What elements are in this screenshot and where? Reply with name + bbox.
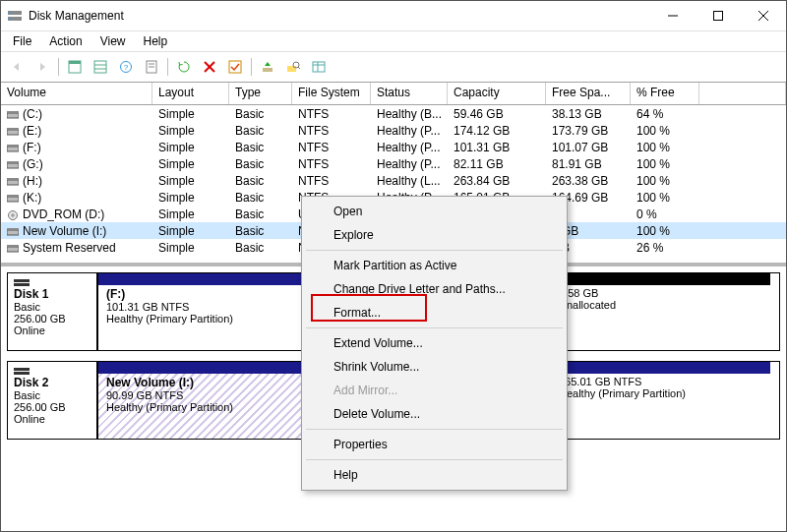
volume-name: (F:) [23, 141, 41, 154]
partition-size: 165.01 GB NTFS [559, 376, 641, 387]
partition-unallocated[interactable]: 2.58 GBUnallocated [550, 273, 770, 350]
partition[interactable]: 165.01 GB NTFSHealthy (Primary Partition… [550, 362, 770, 439]
col-filesystem[interactable]: File System [292, 83, 371, 104]
col-volume[interactable]: Volume [1, 83, 152, 104]
col-capacity[interactable]: Capacity [448, 83, 546, 104]
separator-icon [167, 58, 168, 76]
toolbar-check-icon[interactable] [223, 55, 247, 79]
cell-pfree: 64 % [631, 107, 699, 121]
svg-rect-37 [7, 178, 19, 180]
partition-stripe-icon [98, 362, 304, 374]
menu-help[interactable]: Help [136, 32, 176, 50]
forward-button[interactable] [30, 55, 54, 79]
menu-view[interactable]: View [92, 32, 134, 50]
cell-pfree: 100 % [631, 141, 699, 154]
toolbar-list-icon[interactable] [307, 55, 331, 79]
col-status[interactable]: Status [371, 83, 448, 104]
ctx-change-letter[interactable]: Change Drive Letter and Paths... [304, 277, 565, 301]
svg-rect-31 [7, 128, 19, 130]
cell-pfree: 0 % [631, 207, 699, 221]
toolbar-refresh-icon[interactable] [172, 55, 196, 79]
table-row[interactable]: (H:)SimpleBasicNTFSHealthy (L...263.84 G… [1, 172, 786, 189]
cell-type: Basic [229, 207, 292, 221]
disk-state: Online [14, 413, 45, 425]
svg-rect-33 [7, 145, 19, 147]
svg-rect-43 [7, 228, 19, 230]
partition-status: Healthy (Primary Partition) [106, 313, 233, 325]
cell-capacity: 82.11 GB [448, 157, 546, 171]
cell-pfree: 100 % [631, 191, 699, 205]
ctx-shrink[interactable]: Shrink Volume... [304, 355, 565, 379]
table-row[interactable]: (F:)SimpleBasicNTFSHealthy (P...101.31 G… [1, 139, 786, 155]
table-row[interactable]: (E:)SimpleBasicNTFSHealthy (P...174.12 G… [1, 122, 786, 139]
cell-layout: Simple [152, 241, 229, 255]
cell-free: 101.07 GB [546, 141, 631, 154]
ctx-open[interactable]: Open [304, 200, 565, 223]
toolbar-view2-icon[interactable] [89, 55, 112, 79]
svg-rect-35 [7, 161, 19, 163]
drive-icon [7, 109, 19, 119]
ctx-explore[interactable]: Explore [304, 223, 565, 247]
cell-status: Healthy (L... [371, 174, 448, 188]
ctx-properties[interactable]: Properties [304, 433, 565, 456]
volume-name: (G:) [23, 157, 43, 171]
drive-icon [7, 176, 19, 186]
volume-name: DVD_ROM (D:) [23, 207, 104, 221]
svg-rect-28 [7, 113, 19, 118]
cell-pfree: 26 % [631, 241, 699, 255]
svg-rect-44 [7, 247, 19, 252]
menu-file[interactable]: File [5, 32, 39, 50]
disk-icon [14, 283, 30, 286]
minimize-button[interactable] [650, 1, 696, 30]
cell-layout: Simple [152, 174, 229, 188]
disk-label[interactable]: Disk 1Basic256.00 GBOnline [7, 272, 97, 351]
toolbar-up-icon[interactable] [256, 55, 279, 79]
disk-label[interactable]: Disk 2Basic256.00 GBOnline [7, 361, 97, 440]
svg-line-24 [298, 67, 300, 69]
app-icon [7, 8, 23, 24]
drive-icon [7, 159, 19, 169]
partition[interactable]: New Volume (I:)90.99 GB NTFSHealthy (Pri… [97, 362, 304, 439]
cell-pfree: 100 % [631, 174, 699, 188]
cell-fs: NTFS [292, 141, 371, 154]
cell-layout: Simple [152, 207, 229, 221]
volume-name: System Reserved [23, 241, 116, 255]
back-button[interactable] [5, 55, 29, 79]
drive-icon [7, 126, 19, 136]
maximize-button[interactable] [696, 1, 741, 30]
disk-icon [14, 368, 30, 371]
menu-action[interactable]: Action [41, 32, 90, 50]
ctx-help[interactable]: Help [304, 463, 565, 487]
cell-fs: NTFS [292, 174, 371, 188]
cell-free: 81.91 GB [546, 157, 631, 171]
context-menu: Open Explore Mark Partition as Active Ch… [301, 196, 568, 491]
ctx-extend[interactable]: Extend Volume... [304, 331, 565, 355]
svg-text:?: ? [124, 63, 129, 72]
disk-icon [14, 279, 30, 282]
col-layout[interactable]: Layout [152, 83, 229, 104]
table-row[interactable]: (C:)SimpleBasicNTFSHealthy (B...59.46 GB… [1, 105, 786, 122]
toolbar-help-icon[interactable]: ? [114, 55, 138, 79]
close-button[interactable] [741, 1, 786, 30]
col-type[interactable]: Type [229, 83, 292, 104]
cell-pfree: 100 % [631, 124, 699, 138]
ctx-delete[interactable]: Delete Volume... [304, 402, 565, 426]
col-pfree[interactable]: % Free [631, 83, 699, 104]
toolbar-search-icon[interactable] [281, 55, 305, 79]
separator-icon [306, 429, 563, 430]
svg-rect-25 [313, 62, 325, 72]
separator-icon [251, 58, 252, 76]
disk-kind: Basic [14, 389, 40, 401]
toolbar-delete-icon[interactable] [198, 55, 221, 79]
ctx-mark-active[interactable]: Mark Partition as Active [304, 254, 565, 277]
cell-capacity: 59.46 GB [448, 107, 546, 121]
ctx-format[interactable]: Format... [304, 301, 565, 325]
toolbar-view1-icon[interactable] [63, 55, 87, 79]
toolbar-properties-icon[interactable] [140, 55, 163, 79]
table-row[interactable]: (G:)SimpleBasicNTFSHealthy (P...82.11 GB… [1, 155, 786, 172]
volume-name: New Volume (I:) [23, 224, 106, 238]
drive-icon [7, 143, 19, 152]
cell-layout: Simple [152, 141, 229, 154]
partition[interactable]: (F:)101.31 GB NTFSHealthy (Primary Parti… [97, 273, 304, 350]
col-free[interactable]: Free Spa... [546, 83, 631, 104]
